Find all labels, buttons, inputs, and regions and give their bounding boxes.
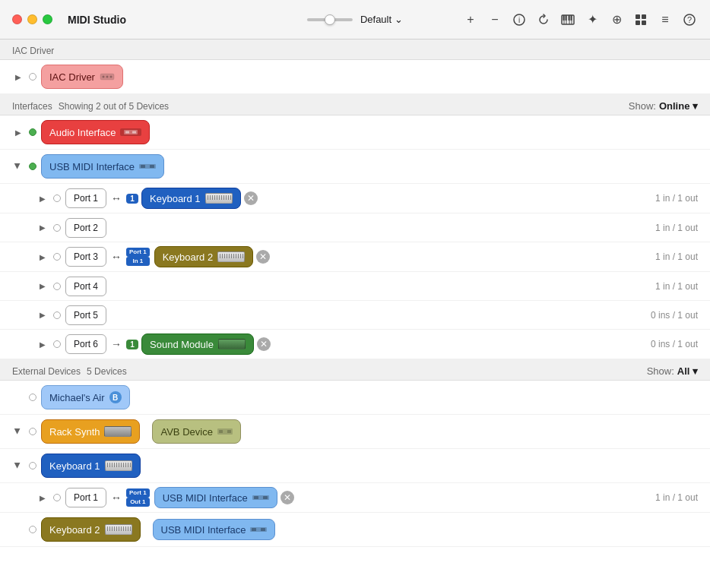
port3-row: ▶ Port 3 ↔ Port 1 In 1 Keyboard 2 ✕ 1 in…: [0, 242, 710, 272]
iac-section-header: IAC Driver: [0, 40, 710, 60]
svg-rect-28: [219, 430, 223, 433]
port6-expand[interactable]: ▶: [36, 338, 49, 350]
avb-device-chip[interactable]: AVB Device: [152, 419, 240, 444]
keyboard2-ext-row: ▶ Keyboard 2 USB MIDI Interface: [0, 513, 710, 547]
michaels-air-dot: [29, 394, 36, 401]
port2-expand[interactable]: ▶: [36, 222, 49, 234]
globe-button[interactable]: ⊕: [608, 11, 625, 28]
port2-info: 1 in / 1 out: [655, 223, 698, 233]
info-button[interactable]: i: [511, 11, 528, 28]
iac-section-title: IAC Driver: [12, 46, 54, 56]
sound-module-chip[interactable]: Sound Module: [141, 334, 254, 355]
svg-rect-31: [254, 496, 258, 499]
usb-midi-interface-row: ▶ USB MIDI Interface: [0, 150, 710, 184]
keyboard1-ext-row: ▶ Keyboard 1: [0, 449, 710, 483]
port5-info: 0 ins / 1 out: [651, 310, 698, 321]
keyboard2-usb-midi-chip[interactable]: USB MIDI Interface: [153, 519, 276, 540]
external-section-title: External Devices 5 Devices: [12, 366, 127, 377]
rack-synth-icon: [104, 426, 132, 437]
rack-synth-chip[interactable]: Rack Synth: [41, 419, 140, 444]
maximize-button[interactable]: [43, 14, 52, 24]
port1-remove-button[interactable]: ✕: [244, 191, 258, 205]
config-dropdown[interactable]: Default ⌄: [360, 14, 403, 25]
toolbar-center: Default ⌄: [307, 14, 403, 25]
keyboard1-chip[interactable]: Keyboard 1: [141, 188, 241, 209]
port5-chip: Port 5: [65, 305, 106, 325]
port6-remove-button[interactable]: ✕: [257, 337, 271, 351]
port3-expand[interactable]: ▶: [36, 251, 49, 263]
keyboard2-ext-chip[interactable]: Keyboard 2: [41, 517, 141, 542]
usb-midi-expand[interactable]: ▶: [12, 160, 24, 172]
keyboard1-port1-row: ▶ Port 1 ↔ Port 1 Out 1 USB MIDI Interfa…: [0, 483, 710, 513]
minimize-button[interactable]: [27, 14, 37, 24]
iac-driver-row: ▶ IAC Driver: [0, 60, 710, 94]
iac-online-dot: [29, 73, 36, 81]
audio-interface-expand[interactable]: ▶: [12, 126, 24, 138]
rack-synth-dot: [29, 428, 36, 435]
keyboard1-port1-expand[interactable]: ▶: [36, 492, 49, 504]
piano-button[interactable]: [559, 11, 576, 28]
port5-dot: [53, 311, 61, 319]
keyboard2-ext-icon: [105, 524, 132, 535]
port2-chip: Port 2: [65, 218, 106, 238]
audio-interface-chip[interactable]: Audio Interface: [41, 120, 150, 144]
keyboard1-ext-chip[interactable]: Keyboard 1: [41, 454, 141, 478]
port5-expand[interactable]: ▶: [36, 309, 49, 321]
close-button[interactable]: [12, 14, 22, 24]
port1-row: ▶ Port 1 ↔ 1 Keyboard 1 ✕ 1 in / 1 out: [0, 184, 710, 213]
keyboard1-port1-remove[interactable]: ✕: [281, 491, 294, 504]
svg-rect-12: [642, 14, 646, 19]
bluetooth-toolbar-button[interactable]: ✦: [584, 11, 601, 28]
bluetooth-icon: B: [109, 391, 122, 403]
svg-rect-7: [563, 15, 565, 21]
michaels-air-row: ▶ Michael's Air B: [0, 381, 710, 415]
port5-row: ▶ Port 5 0 ins / 1 out: [0, 301, 710, 330]
keyboard1-ext-expand[interactable]: ▶: [12, 460, 24, 472]
remove-button[interactable]: −: [487, 11, 503, 28]
keyboard1-icon: [205, 193, 233, 204]
interfaces-show-dropdown[interactable]: Online ▾: [659, 100, 698, 112]
port3-remove-button[interactable]: ✕: [256, 250, 270, 264]
help-button[interactable]: ?: [681, 11, 698, 28]
port6-dot: [53, 340, 61, 348]
port3-info: 1 in / 1 out: [655, 251, 698, 262]
keyboard2-chip[interactable]: Keyboard 2: [154, 246, 254, 267]
port3-badge-in: Port 1: [126, 248, 150, 257]
iac-expand-arrow[interactable]: ▶: [12, 71, 24, 83]
keyboard1-ext-icon: [105, 460, 132, 471]
michaels-air-chip[interactable]: Michael's Air B: [41, 385, 130, 409]
usb-midi-chip[interactable]: USB MIDI Interface: [41, 154, 164, 179]
keyboard1-port1-connector: ↔: [111, 492, 122, 504]
rack-synth-row: ▶ Rack Synth AVB Device: [0, 415, 710, 449]
port3-chip: Port 3: [65, 247, 106, 267]
svg-point-19: [106, 76, 108, 78]
port6-row: ▶ Port 6 → 1 Sound Module ✕ 0 ins / 1 ou…: [0, 330, 710, 359]
svg-rect-10: [571, 15, 572, 21]
audio-interface-dot: [29, 128, 36, 136]
volume-slider[interactable]: [307, 18, 353, 21]
port1-badge: 1: [126, 194, 138, 204]
rack-synth-expand[interactable]: ▶: [12, 425, 24, 438]
external-section-header: External Devices 5 Devices Show: All ▾: [0, 359, 710, 381]
keyboard1-usb-midi-chip[interactable]: USB MIDI Interface: [154, 487, 277, 508]
external-show-dropdown[interactable]: All ▾: [677, 365, 698, 377]
keyboard1-port1-dot: [53, 494, 61, 501]
keyboard1-port1-badge-bot: Out 1: [126, 498, 150, 507]
grid-view-button[interactable]: [632, 11, 649, 28]
iac-driver-icon: [100, 72, 115, 81]
add-button[interactable]: +: [462, 11, 479, 28]
port2-dot: [53, 224, 61, 232]
port6-info: 0 ins / 1 out: [651, 339, 698, 349]
usb-midi-connector-icon: [139, 161, 156, 172]
port1-expand[interactable]: ▶: [36, 192, 49, 204]
list-view-button[interactable]: ≡: [657, 11, 674, 28]
refresh-button[interactable]: [535, 11, 552, 28]
port1-info: 1 in / 1 out: [655, 193, 698, 204]
iac-driver-chip[interactable]: IAC Driver: [41, 65, 123, 89]
port4-expand[interactable]: ▶: [36, 280, 49, 292]
traffic-lights: [12, 14, 52, 24]
svg-rect-9: [569, 15, 570, 21]
svg-point-18: [102, 76, 104, 78]
svg-text:?: ?: [687, 15, 692, 24]
svg-rect-26: [150, 165, 154, 168]
